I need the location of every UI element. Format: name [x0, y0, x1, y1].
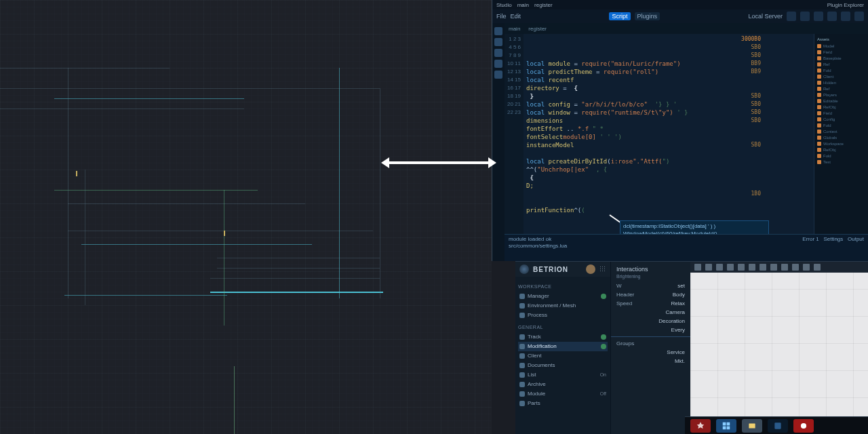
intellisense-popup[interactable]: dcl(timestamp:IStaticObject()[data] ' ) … [620, 220, 769, 234]
taskbar [685, 416, 868, 434]
geom-line [339, 68, 340, 298]
tree-item[interactable]: Modification [518, 342, 608, 351]
explorer-items: ModelFieldBaseplateRefFoldClientHiddenRe… [817, 43, 865, 165]
tree-item[interactable]: Documents [518, 361, 608, 370]
tree-item[interactable]: Client [518, 351, 608, 361]
app-label: Studio [496, 2, 512, 8]
code-area[interactable]: 1 2 3 4 5 6 7 8 9 10 11 12 13 14 15 16 1… [505, 34, 868, 234]
properties-window: BETRION WorkspaceManagerEnvironment / Me… [515, 261, 868, 434]
tree-item[interactable]: Manager [518, 292, 608, 301]
output-tag: Error 1 [802, 236, 818, 242]
menu-file[interactable]: File [496, 13, 507, 20]
props-header[interactable]: BETRION [515, 262, 610, 277]
geom-line [0, 68, 170, 68]
code-editor-window: Studio main register Plugin Explorer Fil… [492, 0, 868, 261]
tool-icon[interactable] [827, 12, 837, 21]
avatar[interactable] [586, 264, 595, 274]
property-row[interactable]: HeaderBody [611, 290, 690, 299]
canvas-tool-icon[interactable] [760, 264, 766, 271]
debug-icon[interactable] [494, 60, 502, 68]
line-gutter: 1 2 3 4 5 6 7 8 9 10 11 12 13 14 15 16 1… [505, 34, 524, 234]
canvas-tool-icon[interactable] [770, 264, 777, 271]
svg-rect-3 [727, 426, 730, 429]
taskbar-editor-icon[interactable] [768, 419, 788, 433]
explorer-icon[interactable] [494, 27, 502, 35]
geom-line [0, 88, 380, 89]
property-row[interactable]: SpeedRelax [611, 299, 690, 308]
explorer-header: Assets [817, 37, 865, 42]
taskbar-record-icon[interactable] [793, 419, 814, 433]
taskbar-app-icon[interactable] [690, 419, 711, 433]
tree-item[interactable]: Track [518, 332, 608, 342]
property-row[interactable]: Camera [611, 308, 690, 317]
svg-rect-0 [723, 422, 726, 425]
output-panel[interactable]: module loaded ok src/common/settings.lua… [505, 234, 868, 261]
tree-item[interactable]: Environment / Mesh [518, 301, 608, 311]
geom-line [224, 190, 224, 326]
properties-panel: Interactions Brightening WsetHeaderBodyS… [610, 262, 690, 434]
geom-tick [224, 231, 225, 236]
tool-icon[interactable] [841, 12, 850, 21]
property-row[interactable]: Mkt. [611, 357, 690, 366]
ribbon-tab-plugins[interactable]: Plugins [635, 12, 660, 20]
title-tab[interactable]: register [534, 2, 553, 8]
property-row[interactable]: Decoration [611, 317, 690, 326]
canvas-tool-icon[interactable] [705, 264, 712, 271]
editor-titlebar[interactable]: Studio main register Plugin Explorer [492, 0, 868, 9]
canvas-tool-icon[interactable] [749, 264, 755, 271]
property-row[interactable]: Every [611, 326, 690, 334]
taskbar-files-icon[interactable] [742, 419, 762, 433]
canvas-tool-icon[interactable] [803, 264, 810, 271]
property-row[interactable]: Service [611, 348, 690, 357]
geom-line [380, 88, 380, 298]
tree-item[interactable]: ModuleOff [518, 389, 608, 399]
canvas-tool-icon[interactable] [738, 264, 745, 271]
resize-cursor-icon [381, 157, 496, 168]
tree-item[interactable]: Process [518, 311, 608, 320]
geom-line [68, 68, 68, 298]
extensions-icon[interactable] [494, 71, 502, 79]
tool-icon[interactable] [814, 12, 823, 21]
svg-rect-2 [723, 426, 726, 429]
canvas-tool-icon[interactable] [694, 264, 701, 271]
geom-line [217, 258, 380, 258]
code-content[interactable]: 3000B0SB0SB0BB9BB9 SB0SB0SB0SB0 SB0 1B0 … [524, 34, 814, 234]
explorer-panel[interactable]: Assets ModelFieldBaseplateRefFoldClientH… [814, 34, 868, 234]
canvas-tool-icon[interactable] [781, 264, 788, 271]
props-subtitle: Brightening [611, 274, 690, 281]
title-tab[interactable]: main [517, 2, 529, 8]
geom-line [210, 278, 380, 279]
tool-icon[interactable] [800, 12, 810, 21]
output-line: src/common/settings.lua [509, 243, 567, 250]
file-tab[interactable]: register [528, 26, 547, 32]
tree-item[interactable]: Parts [518, 399, 608, 408]
props-title: Interactions [611, 262, 690, 274]
grip-icon[interactable] [599, 266, 606, 273]
property-row[interactable]: Wset [611, 281, 690, 290]
geom-line [217, 268, 380, 269]
menu-edit[interactable]: Edit [511, 13, 521, 20]
taskbar-windows-icon[interactable] [716, 419, 736, 433]
search-icon[interactable] [494, 38, 502, 46]
file-tab[interactable]: main [509, 26, 520, 32]
design-canvas[interactable] [0, 0, 492, 434]
svg-rect-1 [727, 422, 730, 425]
tree-item[interactable]: ListOn [518, 370, 608, 380]
hierarchy-tree[interactable]: WorkspaceManagerEnvironment / MeshProces… [515, 277, 610, 434]
editor-tabs: main register [505, 23, 868, 34]
canvas-toolbar [690, 262, 868, 273]
design-viewport[interactable] [690, 262, 868, 434]
output-line: module loaded ok [509, 236, 567, 243]
canvas-tool-icon[interactable] [727, 264, 734, 271]
svg-rect-5 [774, 422, 781, 429]
tool-icon[interactable] [854, 12, 864, 21]
tree-item[interactable]: Archive [518, 380, 608, 389]
output-tag: Output [848, 236, 864, 242]
tool-icon[interactable] [787, 12, 796, 21]
canvas-tool-icon[interactable] [814, 264, 821, 271]
git-icon[interactable] [494, 49, 502, 57]
canvas-tool-icon[interactable] [792, 264, 799, 271]
canvas-tool-icon[interactable] [716, 264, 723, 271]
ribbon-tab-script[interactable]: Script [609, 12, 630, 20]
geom-line [68, 231, 373, 231]
